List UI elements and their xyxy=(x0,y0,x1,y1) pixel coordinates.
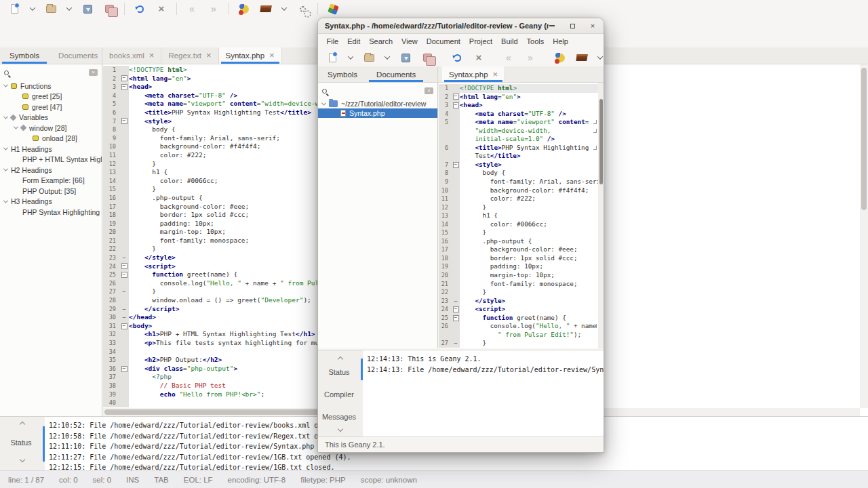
fold-collapse-icon[interactable]: − xyxy=(453,306,459,312)
tree-item-h1-child[interactable]: PHP + HTML Syntax Highlighting xyxy=(0,155,102,165)
fold-margin[interactable]: − xyxy=(452,305,460,314)
code-line[interactable]: 17 background-color: #eee; xyxy=(439,245,598,254)
open-file-button[interactable] xyxy=(42,1,60,16)
tree-item-syntax-php[interactable]: Syntax.php xyxy=(318,108,437,118)
symbols-search-input[interactable] xyxy=(12,68,85,77)
fold-collapse-icon[interactable]: − xyxy=(121,263,127,269)
fold-margin[interactable]: − xyxy=(452,101,460,110)
code-line[interactable]: 5 <meta name="viewport" content= xyxy=(439,118,598,127)
clear-search-icon[interactable]: × xyxy=(89,69,98,76)
editor-vscrollbar[interactable] xyxy=(860,64,868,408)
code-line[interactable]: 25− function greet(name) { xyxy=(439,314,598,323)
fold-collapse-icon[interactable]: − xyxy=(121,323,127,329)
code-line[interactable]: 15 } xyxy=(439,228,598,237)
tree-item-php-output[interactable]: PHP Output: [35] xyxy=(0,186,102,197)
tree-item-h1-headings[interactable]: H1 Headings xyxy=(0,144,102,155)
compile-button[interactable] xyxy=(235,1,253,16)
fold-collapse-icon[interactable]: − xyxy=(121,75,127,81)
fold-margin[interactable]: − xyxy=(119,83,129,92)
vscroll-thumb[interactable] xyxy=(599,99,603,184)
code-line[interactable]: 10 background-color: #f4f4f4; xyxy=(439,186,598,195)
editor-vscrollbar[interactable] xyxy=(598,83,604,348)
nav-back-button[interactable]: « xyxy=(500,50,517,65)
build-dropdown[interactable] xyxy=(279,1,290,16)
expander-icon[interactable] xyxy=(14,125,18,129)
tab-symbols[interactable]: Symbols xyxy=(0,47,49,64)
code-line[interactable]: 6 <title>PHP Syntax Highlighting xyxy=(439,144,598,152)
menu-item-edit[interactable]: Edit xyxy=(343,37,365,45)
fold-collapse-icon[interactable]: − xyxy=(121,118,127,124)
fold-margin[interactable]: − xyxy=(452,93,460,102)
panel-tab-status[interactable]: Status xyxy=(318,368,360,376)
panel-scroll-down-icon[interactable] xyxy=(20,457,25,462)
tab-close-icon[interactable]: × xyxy=(269,52,275,59)
tab-close-icon[interactable]: × xyxy=(206,52,212,59)
tree-item-h3-headings[interactable]: H3 Headings xyxy=(0,197,102,207)
fold-collapse-icon[interactable]: − xyxy=(453,102,459,108)
code-line[interactable]: 21 font-family: monospace; xyxy=(439,280,598,289)
dialog-editor[interactable]: 1<!DOCTYPE html>2−<html lang="en">3−<hea… xyxy=(439,83,604,348)
tab-documents[interactable]: Documents xyxy=(367,66,425,82)
minimize-icon[interactable] xyxy=(548,22,556,30)
expander-icon[interactable] xyxy=(3,167,8,171)
code-line[interactable]: 12 } xyxy=(439,203,598,212)
revert-button[interactable] xyxy=(448,50,466,65)
build-button[interactable] xyxy=(257,1,275,16)
new-file-button[interactable] xyxy=(5,1,23,16)
file-tab-syntax-php[interactable]: Syntax.php× xyxy=(219,47,282,64)
close-file-button[interactable]: × xyxy=(153,1,170,16)
tab-documents[interactable]: Documents xyxy=(49,47,107,64)
compile-button[interactable] xyxy=(551,50,569,65)
code-line[interactable]: 20 margin-top: 10px; xyxy=(439,271,598,280)
tree-item-window[interactable]: window [28] xyxy=(0,123,102,134)
nav-forward-button[interactable]: » xyxy=(205,1,222,16)
file-tab-syntax-php[interactable]: Syntax.php× xyxy=(442,66,505,82)
fold-collapse-icon[interactable]: − xyxy=(453,94,459,100)
panel-tab-status[interactable]: Status xyxy=(0,439,42,447)
code-line[interactable]: 22 } xyxy=(439,288,598,297)
menu-item-tools[interactable]: Tools xyxy=(522,37,549,45)
code-line[interactable]: 24− <script> xyxy=(439,305,598,314)
expander-icon[interactable] xyxy=(3,146,8,150)
fold-margin[interactable]: − xyxy=(119,262,129,271)
code-line[interactable]: 2−<html lang="en"> xyxy=(439,93,598,102)
code-line[interactable]: 26 console.log("Hello, " + name + xyxy=(439,322,598,331)
code-line[interactable]: " from Pulsar Edit!"); xyxy=(439,331,598,340)
color-chooser-button[interactable] xyxy=(324,1,342,16)
fold-margin[interactable]: − xyxy=(119,75,129,83)
tree-item-onload[interactable]: onload [28] xyxy=(0,134,102,144)
open-file-button[interactable] xyxy=(360,50,378,65)
vscroll-thumb[interactable] xyxy=(861,68,867,210)
menu-item-document[interactable]: Document xyxy=(422,37,465,45)
fold-margin[interactable]: − xyxy=(119,270,129,279)
documents-search-input[interactable] xyxy=(330,87,421,95)
save-button[interactable] xyxy=(397,50,414,65)
menu-item-build[interactable]: Build xyxy=(497,37,522,45)
file-tab-books-xml[interactable]: books.xml× xyxy=(102,47,161,64)
code-line[interactable]: 1<!DOCTYPE html> xyxy=(439,84,598,93)
fold-collapse-icon[interactable]: − xyxy=(121,272,127,278)
maximize-icon[interactable] xyxy=(568,22,576,30)
open-file-dropdown[interactable] xyxy=(382,50,393,65)
code-line[interactable]: 16 .php-output { xyxy=(439,237,598,246)
expander-icon[interactable] xyxy=(321,100,326,105)
dialog-titlebar[interactable]: Syntax.php - /home/edward/zzz/Tutorial/e… xyxy=(318,18,604,34)
panel-tab-compiler[interactable]: Compiler xyxy=(318,390,360,399)
fold-margin[interactable]: − xyxy=(119,117,129,126)
tree-item-h2-headings[interactable]: H2 Headings xyxy=(0,165,102,176)
fold-collapse-icon[interactable]: − xyxy=(121,366,127,372)
fold-collapse-icon[interactable]: − xyxy=(453,315,459,321)
tree-item-form-example[interactable]: Form Example: [66] xyxy=(0,176,102,186)
tree-item-variables[interactable]: Variables xyxy=(0,113,102,123)
expander-icon[interactable] xyxy=(3,198,8,203)
code-line[interactable]: 14 color: #0066cc; xyxy=(439,220,598,229)
menu-item-view[interactable]: View xyxy=(397,37,422,45)
expander-icon[interactable] xyxy=(3,83,8,87)
fold-margin[interactable]: − xyxy=(452,161,460,169)
fold-collapse-icon[interactable]: − xyxy=(121,84,127,90)
save-all-button[interactable] xyxy=(100,1,118,16)
code-line[interactable]: 9 font-family: Arial, sans-serif; xyxy=(439,178,598,186)
code-line[interactable]: 23− </style> xyxy=(439,297,598,306)
new-file-dropdown[interactable] xyxy=(345,50,356,65)
nav-forward-button[interactable]: » xyxy=(521,50,539,65)
